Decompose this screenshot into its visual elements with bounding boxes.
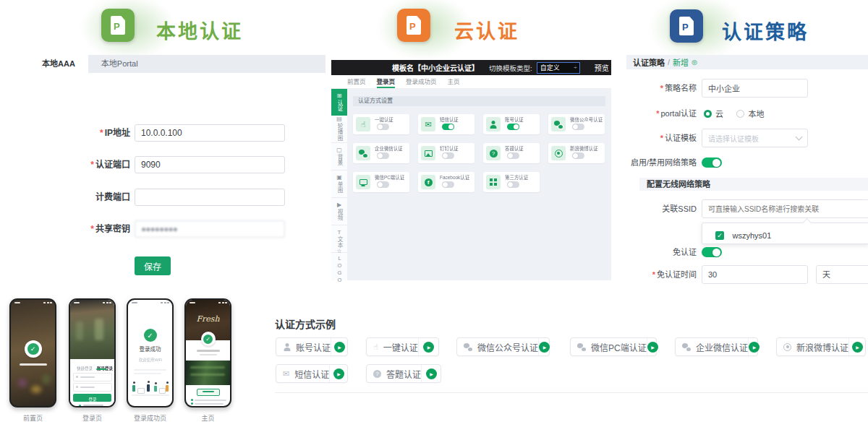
play-button[interactable]: ▶ <box>331 338 347 355</box>
checkbox-checked-icon[interactable]: ✓ <box>715 231 724 240</box>
radio-local[interactable] <box>736 110 744 118</box>
save-button[interactable]: 保存 <box>135 256 171 275</box>
method-card: 钉钉认证 <box>418 143 475 163</box>
star-icon: ☆ <box>336 249 341 254</box>
method-card: 新浪微博认证 <box>548 143 605 163</box>
mail-icon: ✉ <box>425 120 431 129</box>
auth-port-row: *认证端口 <box>51 156 289 173</box>
spinner-icon: ÷ <box>574 64 579 71</box>
shared-key-row: *共享密钥 <box>51 220 289 238</box>
grid-icon: ⊞ <box>337 93 342 99</box>
success-subtitle: 欢迎使用WiFi <box>138 357 162 362</box>
method-toggle[interactable] <box>507 124 519 130</box>
play-button[interactable]: ▶ <box>647 338 658 355</box>
free-time-input[interactable] <box>702 265 808 284</box>
local-tabbar: 本地AAA 本地Portal <box>29 55 326 73</box>
tab-front-page[interactable]: 前置页 <box>347 77 366 88</box>
ip-label: IP地址 <box>105 128 130 138</box>
auth-port-input[interactable] <box>135 156 285 173</box>
weibo-icon <box>783 343 791 351</box>
hand-icon: ☝ <box>361 120 366 129</box>
sidebar-item-image[interactable]: ▣单图 <box>331 171 347 198</box>
method-toggle[interactable] <box>442 152 454 159</box>
play-button[interactable]: ▶ <box>748 338 760 355</box>
wifi-logo: ✓ <box>201 332 216 346</box>
sidebar-item-video[interactable]: ▶视频 <box>331 198 347 225</box>
play-button[interactable]: ▶ <box>329 365 347 382</box>
policy-panel: 认证策略 / 新增 ◎ *策略名称 *portal认证 云 本地 *认证模板 请… <box>618 51 868 289</box>
enable-policy-toggle[interactable] <box>702 158 722 168</box>
tab-local-aaa[interactable]: 本地AAA <box>29 55 88 73</box>
method-toggle[interactable] <box>377 124 389 130</box>
method-card: 微信PC端认证 <box>353 172 409 192</box>
acct-port-input[interactable] <box>135 189 285 206</box>
method-card: 第三方认证 <box>483 172 540 192</box>
radio-cloud[interactable] <box>704 110 712 118</box>
method-card: 账号认证 <box>483 114 540 134</box>
auth-template-select[interactable]: 请选择认证模板 <box>702 129 808 147</box>
play-button[interactable]: ▶ <box>418 338 438 355</box>
tab-login-page[interactable]: 登录页 <box>377 77 396 88</box>
wireless-section-title: 配置无线网络策略 <box>639 178 868 191</box>
preview-button[interactable]: 预览 <box>595 62 609 73</box>
method-toggle[interactable] <box>572 124 584 130</box>
policy-title: 认证策略 <box>722 17 809 45</box>
template-type-select[interactable]: 自定义 ÷ <box>537 62 580 74</box>
success-check-icon: ✓ <box>144 329 157 342</box>
text-icon: T <box>338 230 341 236</box>
example-chip-quiz: 答题认证 ▶ <box>366 364 441 383</box>
method-toggle[interactable] <box>572 152 584 159</box>
method-toggle[interactable] <box>507 181 519 188</box>
pin-icon: ◎ <box>692 59 697 66</box>
tab-login-success-page[interactable]: 登录成功页 <box>406 77 437 88</box>
ip-input[interactable] <box>135 124 285 142</box>
method-toggle[interactable] <box>442 181 454 188</box>
template-tabs: 前置页 登录页 登录成功页 主页 <box>331 75 611 89</box>
wecom-icon <box>682 343 691 351</box>
sidebar-item-carousel[interactable]: ▤轮播图 <box>331 116 347 143</box>
shared-key-label: 共享密钥 <box>95 224 130 234</box>
free-auth-toggle[interactable] <box>702 247 722 257</box>
free-auth-label: 免认证 <box>618 243 697 262</box>
template-name: 模板名【中小企业云认证】 <box>392 62 479 73</box>
method-toggle[interactable] <box>377 152 389 159</box>
p-document-icon: P <box>679 17 694 35</box>
policy-name-input[interactable] <box>702 79 808 98</box>
tab-home-page[interactable]: 主页 <box>448 77 460 88</box>
local-auth-app-icon: P <box>101 9 135 42</box>
example-chip-onekey: ☝ 一键认证 ▶ <box>366 337 439 356</box>
method-toggle[interactable] <box>377 181 389 188</box>
fresh-brand-text: Fresh <box>186 314 230 324</box>
question-icon <box>490 150 498 158</box>
ssid-search-input[interactable] <box>702 199 868 218</box>
photo-icon <box>425 150 433 157</box>
play-button[interactable]: ▶ <box>421 365 441 382</box>
wechat-icon <box>464 343 472 351</box>
wecom-icon <box>359 150 367 158</box>
wechat-icon <box>554 121 563 129</box>
ssid-option-row[interactable]: ✓ wszyhys01 <box>715 228 771 241</box>
p-document-icon: P <box>111 16 125 35</box>
breadcrumb: 认证策略 / 新增 ◎ <box>626 55 868 69</box>
sidebar-item-auth[interactable]: ⊞认证 <box>331 89 347 116</box>
phone-front-page: ✓ <box>9 298 56 407</box>
phone-login-button: 登录 <box>73 394 111 402</box>
play-button[interactable]: ▶ <box>848 338 865 355</box>
shared-key-input[interactable] <box>135 220 285 238</box>
hand-icon: ☝ <box>373 342 378 352</box>
chevron-down-icon <box>796 134 803 141</box>
cloud-auth-title: 云认证 <box>454 16 519 44</box>
ip-row: *IP地址 <box>51 124 289 142</box>
breadcrumb-new[interactable]: 新增 <box>673 56 689 68</box>
sidebar-item-background[interactable]: ▢背景 <box>331 143 347 171</box>
tab-local-portal[interactable]: 本地Portal <box>88 55 151 73</box>
method-toggle[interactable] <box>507 152 519 159</box>
method-card: ☝ 一键认证 <box>353 114 409 134</box>
enable-policy-label: 启用/禁用网络策略 <box>618 153 697 172</box>
facebook-icon <box>425 178 433 186</box>
wifi-logo: ✓ <box>25 340 42 358</box>
method-toggle[interactable] <box>442 124 454 130</box>
sidebar-item-logo[interactable]: ☆LOGO <box>331 253 347 280</box>
play-button[interactable]: ▶ <box>538 338 550 355</box>
auth-template-label: 认证模板 <box>665 134 697 142</box>
